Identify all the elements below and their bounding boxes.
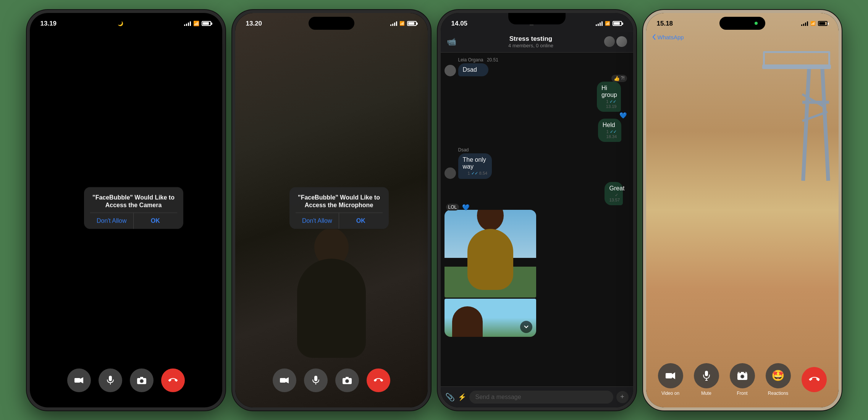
video-on-btn[interactable]: Video on [658,363,683,396]
reactions-label: Reactions [768,391,788,396]
reactions-icon[interactable]: 🤩 [766,363,791,388]
sender-name-dsad: Dsad [458,147,503,153]
battery-icon-4 [818,21,828,26]
battery-icon-1 [202,21,211,26]
chat-video-call-btn[interactable]: 📹 [447,37,456,46]
msg-great-time: ✓ 13.57 [609,193,618,202]
svg-rect-18 [705,371,708,376]
svg-rect-7 [140,377,143,378]
chat-messages: Leia Organa 20.51 Dsad 👍?! Hi group 1 ✓✓… [441,53,633,386]
video-btn-1[interactable] [67,369,91,392]
msg-only-way-container: Dsad The only way 1 ✓✓ 8.54 [445,147,503,179]
end-call-btn-2[interactable] [367,369,390,392]
bottom-controls-1 [30,369,222,392]
alert-buttons-1: Don't Allow OK [90,212,177,229]
battery-icon-2 [407,21,417,26]
svg-point-23 [741,375,744,378]
lightning-icon[interactable]: ⚡ [458,393,466,401]
photo-bubble-1 [445,210,536,298]
status-icons-2: 📶 [390,21,417,26]
expand-photos-btn[interactable] [520,321,532,333]
wifi-icon-2: 📶 [399,21,405,26]
status-time-1: 13.19 [40,20,57,27]
moon-icon-1: 🌙 [118,21,123,26]
video-on-label: Video on [661,391,679,396]
mute-icon[interactable] [694,363,719,388]
chat-group-sub: 4 members, 0 online [462,43,600,48]
sender-avatar-leia [445,65,456,76]
svg-rect-0 [74,378,80,383]
back-label: WhatsApp [658,34,684,40]
phone-4: 15.18 🔋 📶 [643,10,842,410]
call-controls-4: Video on Mute [646,363,839,396]
dont-allow-btn-2[interactable]: Don't Allow [296,213,339,229]
reactions-btn[interactable]: 🤩 Reactions [766,363,791,396]
attach-icon[interactable]: 📎 [445,393,455,402]
msg-hi-group-container: 👍?! Hi group 1 ✓✓ 13.19 [597,82,629,112]
msg-only-way-time: 1 ✓✓ 8.54 [463,171,488,176]
svg-rect-10 [314,376,317,381]
end-call-btn-1[interactable] [161,369,185,392]
end-call-btn-4[interactable] [802,367,827,392]
msg-hi-group-text: Hi group [601,85,617,98]
dont-allow-btn-1[interactable]: Don't Allow [90,213,134,229]
svg-rect-24 [741,372,744,373]
msg-great: Great ✓ 13.57 [605,182,623,205]
message-input[interactable]: Send a message [469,391,613,404]
tower-post-left [801,66,811,180]
sender-avatar-dsad [445,167,456,179]
msg-held-container: 💙 Held 1 ✓✓ 18.34 [598,119,629,142]
status-icons-1: 📶 [184,21,211,26]
end-call-icon-4[interactable] [802,367,827,392]
camera-btn-1[interactable] [130,369,154,392]
whatsapp-back-btn[interactable]: WhatsApp [652,34,684,40]
camera-permission-dialog: "FaceBubble" Would Like to Access the Ca… [84,187,183,229]
video-btn-2[interactable] [273,369,296,392]
signal-icon-3 [596,21,603,26]
msg-held-time: 1 ✓✓ 18.34 [603,129,617,139]
status-bar-1: 13.19 🌙 📶 [30,13,222,32]
add-message-btn[interactable]: + [616,391,629,403]
chat-header-avatars [604,36,627,47]
status-icons-3: 📶 [596,21,622,26]
mute-label: Mute [701,391,711,396]
reaction-held: 💙 [619,112,627,119]
alert-title-1: "FaceBubble" Would Like to Access the Ca… [90,194,177,210]
phone-2: 13.20 🌙 📶 "FaceBubble" Would L [232,10,431,410]
avatar-1 [604,36,615,47]
dynamic-island-4 [719,17,765,30]
msg-held: Held 1 ✓✓ 18.34 [598,119,621,142]
front-camera-btn[interactable]: Front [730,363,755,396]
call-buttons-row: Video on Mute [658,363,827,396]
front-camera-icon[interactable] [730,363,755,388]
mute-btn[interactable]: Mute [694,363,719,396]
svg-marker-1 [80,377,83,383]
camera-person [293,228,370,362]
video-on-icon[interactable] [658,363,683,388]
chat-group-name: Stress testing [462,35,600,43]
phone-1: 13.19 🌙 📶 "FaceBubble" Would Like to Acc… [27,10,225,410]
status-time-3: 14.05 [451,20,468,27]
msg-only-way: The only way 1 ✓✓ 8.54 [458,153,492,179]
photo-bubble-2 [445,299,536,337]
msg-hi-group: Hi group 1 ✓✓ 13.19 [597,82,621,112]
dynamic-island-2 [309,17,354,30]
mic-btn-2[interactable] [304,369,328,392]
input-placeholder: Send a message [475,394,521,400]
bottom-controls-2 [235,369,428,392]
signal-icon-2 [390,21,397,26]
status-time-2: 13.20 [246,20,262,27]
msg-received-dsad-label: Leia Organa 20.51 Dsad [445,57,498,76]
msg-only-way-text: The only way [463,156,486,170]
ok-btn-2[interactable]: OK [339,213,383,229]
lol-reaction: LOL [446,204,459,211]
chat-header-info: Stress testing 4 members, 0 online [462,35,600,48]
ok-btn-1[interactable]: OK [134,213,177,229]
reaction-hi-group: 👍?! [611,75,627,82]
camera-btn-2[interactable] [335,369,359,392]
msg-dsad-text: Dsad [463,66,477,73]
mic-btn-1[interactable] [99,369,122,392]
status-time-4: 15.18 [657,20,673,27]
notch-3 [508,13,566,24]
alert-buttons-2: Don't Allow OK [296,212,383,229]
